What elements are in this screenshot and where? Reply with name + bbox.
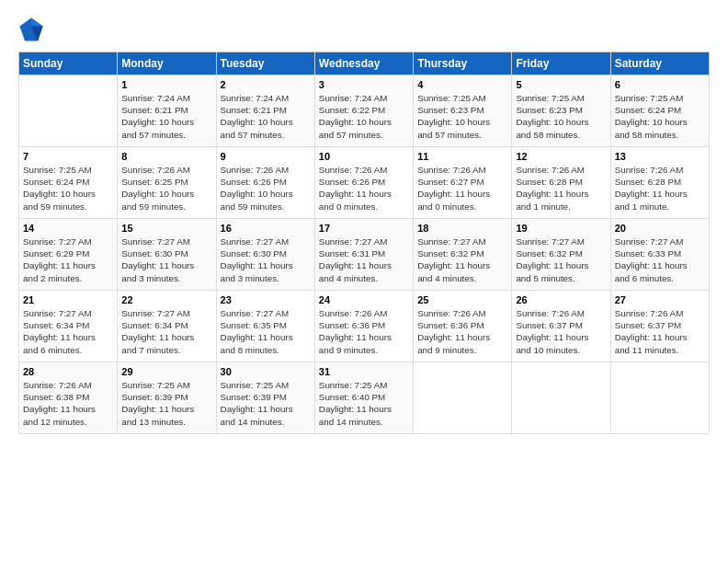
day-info: Sunrise: 7:26 AMSunset: 6:28 PMDaylight:… — [615, 164, 705, 213]
day-number: 28 — [23, 366, 113, 377]
day-number: 11 — [417, 151, 507, 162]
day-number: 2 — [221, 79, 311, 90]
day-number: 24 — [319, 294, 409, 305]
day-number: 1 — [121, 79, 211, 90]
day-info: Sunrise: 7:26 AMSunset: 6:36 PMDaylight:… — [417, 307, 507, 356]
calendar-cell: 15Sunrise: 7:27 AMSunset: 6:30 PMDayligh… — [118, 219, 216, 291]
day-info: Sunrise: 7:26 AMSunset: 6:36 PMDaylight:… — [319, 307, 409, 356]
day-number: 14 — [23, 223, 113, 234]
calendar-cell: 12Sunrise: 7:26 AMSunset: 6:28 PMDayligh… — [512, 147, 610, 219]
calendar-cell: 18Sunrise: 7:27 AMSunset: 6:32 PMDayligh… — [414, 219, 512, 291]
calendar-cell: 9Sunrise: 7:26 AMSunset: 6:26 PMDaylight… — [216, 147, 314, 219]
column-header-saturday: Saturday — [610, 52, 709, 75]
day-info: Sunrise: 7:26 AMSunset: 6:25 PMDaylight:… — [121, 164, 211, 213]
day-info: Sunrise: 7:27 AMSunset: 6:32 PMDaylight:… — [516, 236, 606, 284]
day-number: 10 — [319, 151, 409, 162]
column-header-wednesday: Wednesday — [314, 52, 413, 75]
calendar-cell: 22Sunrise: 7:27 AMSunset: 6:34 PMDayligh… — [118, 291, 216, 362]
calendar-cell: 1Sunrise: 7:24 AMSunset: 6:21 PMDaylight… — [118, 75, 216, 147]
day-info: Sunrise: 7:27 AMSunset: 6:30 PMDaylight:… — [121, 236, 211, 284]
calendar-cell: 29Sunrise: 7:25 AMSunset: 6:39 PMDayligh… — [118, 362, 216, 434]
day-number: 30 — [221, 366, 311, 377]
day-info: Sunrise: 7:27 AMSunset: 6:34 PMDaylight:… — [23, 307, 113, 356]
calendar-cell: 25Sunrise: 7:26 AMSunset: 6:36 PMDayligh… — [414, 291, 512, 362]
calendar-cell: 24Sunrise: 7:26 AMSunset: 6:36 PMDayligh… — [314, 291, 413, 362]
day-number: 26 — [516, 294, 606, 305]
calendar-cell: 4Sunrise: 7:25 AMSunset: 6:23 PMDaylight… — [414, 75, 512, 147]
calendar-cell: 27Sunrise: 7:26 AMSunset: 6:37 PMDayligh… — [610, 291, 709, 362]
calendar-cell: 8Sunrise: 7:26 AMSunset: 6:25 PMDaylight… — [118, 147, 216, 219]
logo — [18, 17, 48, 42]
calendar-cell: 21Sunrise: 7:27 AMSunset: 6:34 PMDayligh… — [19, 291, 118, 362]
svg-marker-1 — [31, 17, 43, 26]
calendar-cell: 23Sunrise: 7:27 AMSunset: 6:35 PMDayligh… — [216, 291, 314, 362]
day-number: 12 — [516, 151, 606, 162]
week-row: 21Sunrise: 7:27 AMSunset: 6:34 PMDayligh… — [19, 291, 710, 362]
day-info: Sunrise: 7:26 AMSunset: 6:27 PMDaylight:… — [417, 164, 507, 213]
column-header-thursday: Thursday — [414, 52, 512, 75]
day-number: 4 — [417, 79, 507, 90]
calendar-cell: 7Sunrise: 7:25 AMSunset: 6:24 PMDaylight… — [19, 147, 118, 219]
calendar-cell: 14Sunrise: 7:27 AMSunset: 6:29 PMDayligh… — [19, 219, 118, 291]
day-info: Sunrise: 7:24 AMSunset: 6:21 PMDaylight:… — [121, 92, 211, 141]
calendar-cell: 10Sunrise: 7:26 AMSunset: 6:26 PMDayligh… — [314, 147, 413, 219]
page: SundayMondayTuesdayWednesdayThursdayFrid… — [0, 0, 728, 563]
day-number: 18 — [417, 223, 507, 234]
day-info: Sunrise: 7:27 AMSunset: 6:34 PMDaylight:… — [121, 307, 211, 356]
day-number: 25 — [417, 294, 507, 305]
day-number: 22 — [121, 294, 211, 305]
day-info: Sunrise: 7:27 AMSunset: 6:35 PMDaylight:… — [221, 307, 311, 356]
day-number: 19 — [516, 223, 606, 234]
day-number: 21 — [23, 294, 113, 305]
day-number: 16 — [221, 223, 311, 234]
column-header-friday: Friday — [512, 52, 610, 75]
day-info: Sunrise: 7:26 AMSunset: 6:28 PMDaylight:… — [516, 164, 606, 213]
day-info: Sunrise: 7:26 AMSunset: 6:26 PMDaylight:… — [221, 164, 311, 213]
calendar-cell: 11Sunrise: 7:26 AMSunset: 6:27 PMDayligh… — [414, 147, 512, 219]
calendar-cell: 2Sunrise: 7:24 AMSunset: 6:21 PMDaylight… — [216, 75, 314, 147]
calendar-cell — [610, 362, 709, 434]
day-info: Sunrise: 7:25 AMSunset: 6:40 PMDaylight:… — [319, 379, 409, 428]
day-info: Sunrise: 7:25 AMSunset: 6:23 PMDaylight:… — [516, 92, 606, 141]
day-number: 9 — [221, 151, 311, 162]
day-info: Sunrise: 7:26 AMSunset: 6:26 PMDaylight:… — [319, 164, 409, 213]
calendar-cell: 28Sunrise: 7:26 AMSunset: 6:38 PMDayligh… — [19, 362, 118, 434]
day-number: 17 — [319, 223, 409, 234]
calendar-cell: 3Sunrise: 7:24 AMSunset: 6:22 PMDaylight… — [314, 75, 413, 147]
logo-icon — [18, 17, 44, 42]
calendar-cell: 16Sunrise: 7:27 AMSunset: 6:30 PMDayligh… — [216, 219, 314, 291]
calendar-cell: 19Sunrise: 7:27 AMSunset: 6:32 PMDayligh… — [512, 219, 610, 291]
day-info: Sunrise: 7:24 AMSunset: 6:21 PMDaylight:… — [221, 92, 311, 141]
day-info: Sunrise: 7:27 AMSunset: 6:29 PMDaylight:… — [23, 236, 113, 284]
calendar-cell — [512, 362, 610, 434]
day-number: 20 — [615, 223, 705, 234]
day-number: 3 — [319, 79, 409, 90]
calendar-cell: 30Sunrise: 7:25 AMSunset: 6:39 PMDayligh… — [216, 362, 314, 434]
calendar-table: SundayMondayTuesdayWednesdayThursdayFrid… — [18, 52, 710, 434]
day-number: 8 — [121, 151, 211, 162]
day-info: Sunrise: 7:24 AMSunset: 6:22 PMDaylight:… — [319, 92, 409, 141]
calendar-cell: 26Sunrise: 7:26 AMSunset: 6:37 PMDayligh… — [512, 291, 610, 362]
day-number: 23 — [221, 294, 311, 305]
column-header-tuesday: Tuesday — [216, 52, 314, 75]
day-number: 31 — [319, 366, 409, 377]
calendar-cell — [414, 362, 512, 434]
header — [18, 17, 710, 42]
day-info: Sunrise: 7:27 AMSunset: 6:33 PMDaylight:… — [615, 236, 705, 284]
day-info: Sunrise: 7:25 AMSunset: 6:24 PMDaylight:… — [23, 164, 113, 213]
day-info: Sunrise: 7:25 AMSunset: 6:23 PMDaylight:… — [417, 92, 507, 141]
day-info: Sunrise: 7:26 AMSunset: 6:38 PMDaylight:… — [23, 379, 113, 428]
column-headers: SundayMondayTuesdayWednesdayThursdayFrid… — [19, 52, 710, 75]
day-info: Sunrise: 7:27 AMSunset: 6:32 PMDaylight:… — [417, 236, 507, 284]
week-row: 1Sunrise: 7:24 AMSunset: 6:21 PMDaylight… — [19, 75, 710, 147]
calendar-cell: 31Sunrise: 7:25 AMSunset: 6:40 PMDayligh… — [314, 362, 413, 434]
day-number: 15 — [121, 223, 211, 234]
week-row: 7Sunrise: 7:25 AMSunset: 6:24 PMDaylight… — [19, 147, 710, 219]
calendar-cell: 13Sunrise: 7:26 AMSunset: 6:28 PMDayligh… — [610, 147, 709, 219]
week-row: 28Sunrise: 7:26 AMSunset: 6:38 PMDayligh… — [19, 362, 710, 434]
day-info: Sunrise: 7:26 AMSunset: 6:37 PMDaylight:… — [615, 307, 705, 356]
column-header-monday: Monday — [118, 52, 216, 75]
calendar-cell — [19, 75, 118, 147]
calendar-cell: 6Sunrise: 7:25 AMSunset: 6:24 PMDaylight… — [610, 75, 709, 147]
day-info: Sunrise: 7:27 AMSunset: 6:31 PMDaylight:… — [319, 236, 409, 284]
